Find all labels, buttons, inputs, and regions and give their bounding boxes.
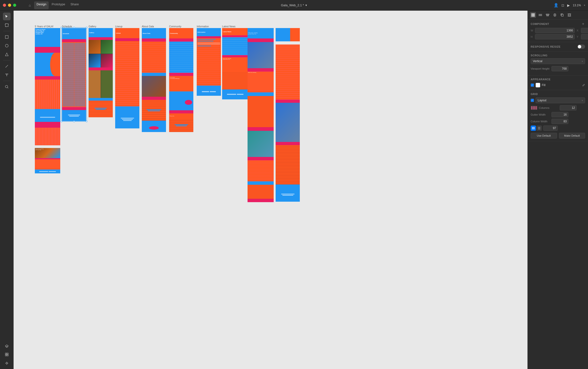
- design-tab-icon[interactable]: [530, 12, 536, 18]
- use-default-button[interactable]: Use Default: [531, 133, 557, 139]
- text-tool[interactable]: [3, 71, 11, 79]
- frame-featured[interactable]: Radio S.Up: Catchingup with Pedro Tolu R…: [248, 28, 274, 202]
- frame-lineup[interactable]: Lineup: [115, 28, 139, 128]
- title-chevron[interactable]: ▾: [305, 3, 307, 7]
- ellipse-tool[interactable]: [3, 42, 11, 50]
- y-label: Y: [577, 35, 580, 38]
- svg-rect-17: [532, 15, 533, 16]
- frame-home-lower[interactable]: Radio S.Up: Catchingwith Pedro Tolu: [35, 148, 60, 173]
- frame-label-lineup: Lineup: [115, 25, 122, 28]
- frame-label-information: Information: [197, 25, 209, 28]
- appearance-section: APPEARANCE ✓ Fill: [528, 75, 588, 90]
- traffic-lights: [3, 4, 16, 7]
- panel-toolbar: [528, 11, 588, 20]
- fill-swatch[interactable]: [536, 83, 540, 88]
- y-field: Y: [577, 34, 588, 40]
- layers-icon[interactable]: [3, 342, 11, 350]
- svg-rect-34: [538, 127, 540, 127]
- triangle-tool[interactable]: [3, 51, 11, 58]
- zoom-level[interactable]: 13.1%: [573, 4, 581, 7]
- x-input[interactable]: [581, 28, 588, 33]
- distribute-icon[interactable]: [552, 12, 558, 18]
- canvas-inner: 5 Years of GALA!28 & 24 May 20Peckham Ry…: [13, 11, 527, 369]
- frame-home[interactable]: 5 Years of GALA!28 & 24 May 20Peckham Ry…: [35, 28, 60, 145]
- scrolling-value: Vertical: [533, 60, 542, 63]
- play-icon[interactable]: ▶: [567, 3, 570, 7]
- rows-grid-btn[interactable]: [536, 125, 542, 131]
- align-icon[interactable]: [545, 12, 550, 18]
- make-default-button[interactable]: Make Default: [559, 133, 585, 139]
- svg-rect-27: [568, 14, 571, 16]
- viewport-height-input[interactable]: [551, 66, 568, 71]
- gutter-row: Gutter Width: [531, 112, 585, 117]
- fill-edit-icon[interactable]: [582, 83, 585, 87]
- close-button[interactable]: [3, 4, 6, 7]
- svg-rect-15: [532, 13, 533, 15]
- frame-tool[interactable]: [3, 21, 11, 29]
- frame-label-gallery: Gallery: [89, 25, 96, 28]
- frame-community[interactable]: Community CommunityConsultation Meetings…: [169, 28, 193, 132]
- zoom-chevron[interactable]: ▾: [584, 4, 585, 7]
- frame-about[interactable]: About Gala: [142, 28, 166, 132]
- frame-right-main[interactable]: [276, 44, 300, 202]
- y-input[interactable]: [581, 34, 588, 40]
- toolbar-separator-2: [3, 60, 10, 61]
- responsive-resize-toggle[interactable]: [577, 44, 585, 49]
- gutter-width-input[interactable]: [551, 112, 568, 117]
- svg-rect-35: [538, 128, 540, 128]
- canvas-area[interactable]: 5 Years of GALA!28 & 24 May 20Peckham Ry…: [13, 11, 527, 369]
- column-width-input[interactable]: [551, 119, 568, 124]
- nav-prototype[interactable]: Prototype: [49, 1, 67, 9]
- frame-gallery[interactable]: Gallery: [89, 28, 113, 120]
- fill-checkbox[interactable]: ✓: [531, 83, 534, 87]
- shape-tool[interactable]: [3, 33, 11, 41]
- frame-label-about: About Gala: [142, 25, 154, 28]
- layout-select[interactable]: Layout ▾: [536, 97, 585, 103]
- titlebar-center: Gala_Web_2.1 * ▾: [281, 3, 307, 7]
- svg-rect-31: [532, 127, 533, 129]
- zoom-tool[interactable]: [3, 83, 11, 91]
- grid-icon[interactable]: [537, 12, 543, 18]
- svg-rect-13: [7, 355, 8, 356]
- plugins-icon[interactable]: [3, 359, 11, 367]
- pen-tool[interactable]: [3, 62, 11, 70]
- frame-schedule[interactable]: Schedule: [62, 28, 86, 121]
- height-input[interactable]: [535, 34, 575, 40]
- fill-label: Fill: [542, 83, 581, 87]
- more-icon[interactable]: [567, 12, 572, 18]
- svg-rect-18: [533, 15, 535, 16]
- main-layout: 5 Years of GALA!28 & 24 May 20Peckham Ry…: [0, 11, 588, 369]
- component-add-button[interactable]: +: [581, 22, 585, 26]
- grid-offset-input[interactable]: [543, 125, 558, 131]
- scrolling-select[interactable]: Vertical ▾: [531, 58, 585, 64]
- dimensions-row-2: H Y: [531, 34, 585, 40]
- frame-small-top[interactable]: [276, 28, 300, 41]
- toolbar-separator: [3, 31, 10, 31]
- titlebar: ⌂ Design Prototype Share Gala_Web_2.1 * …: [0, 0, 588, 11]
- frame-label-news: Latest News: [222, 25, 235, 28]
- nav-design[interactable]: Design: [34, 1, 49, 9]
- toolbar-separator-3: [3, 81, 10, 81]
- nav-share[interactable]: Share: [68, 1, 81, 9]
- component-label: COMPONENT: [531, 22, 549, 25]
- home-icon[interactable]: ⌂: [26, 1, 34, 9]
- svg-line-9: [7, 88, 8, 89]
- maximize-button[interactable]: [13, 4, 16, 7]
- svg-rect-5: [5, 36, 8, 39]
- layout-checkbox[interactable]: ✓: [531, 99, 534, 102]
- height-field: H: [531, 34, 575, 40]
- frame-label-schedule: Schedule: [62, 25, 72, 28]
- titlebar-nav: ⌂ Design Prototype Share: [26, 1, 81, 9]
- gutter-label: Gutter Width: [531, 113, 550, 116]
- width-input[interactable]: [535, 28, 575, 33]
- select-tool[interactable]: [3, 13, 11, 20]
- columns-grid-btn[interactable]: [531, 125, 536, 131]
- columns-input[interactable]: [560, 105, 577, 111]
- frame-news[interactable]: Latest News Radio S.Up: Catchingup with …: [222, 28, 248, 99]
- assets-icon[interactable]: [3, 351, 11, 358]
- frame-information[interactable]: Information: [197, 28, 221, 96]
- svg-rect-10: [5, 353, 7, 354]
- viewport-height-label: Viewport Height: [531, 67, 550, 70]
- copy-icon[interactable]: [559, 12, 565, 18]
- minimize-button[interactable]: [8, 4, 11, 7]
